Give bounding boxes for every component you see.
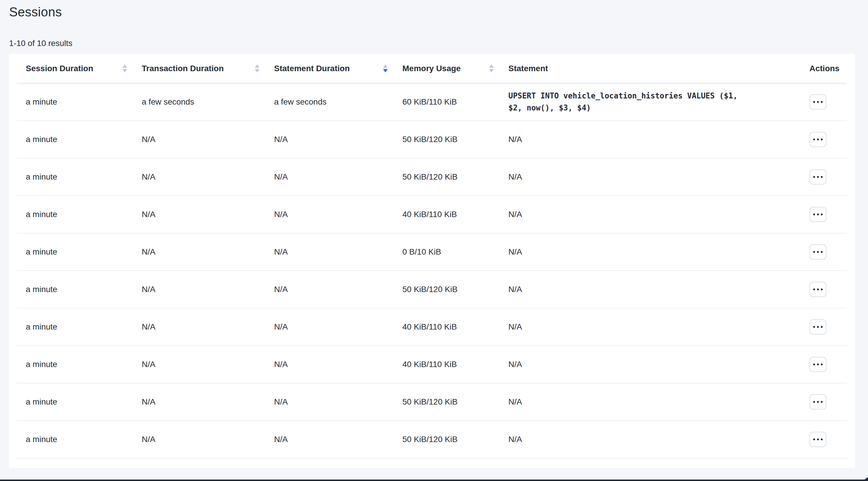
sql-statement-text: UPSERT INTO vehicle_location_histories V… <box>508 90 747 114</box>
cell-statement_duration: N/A <box>265 158 394 196</box>
cell-statement_duration: N/A <box>265 121 394 158</box>
cell-session_duration: a minute <box>17 421 133 458</box>
cell-session_duration: a minute <box>17 271 133 308</box>
cell-statement: N/A <box>500 308 801 345</box>
cell-transaction_duration: N/A <box>133 121 265 158</box>
table-row: a minuteN/AN/A50 KiB/120 KiBN/A <box>17 121 847 158</box>
cell-statement: N/A <box>500 421 801 458</box>
row-actions-button[interactable] <box>809 132 827 147</box>
column-header-actions: Actions <box>801 54 847 83</box>
cell-session_duration: a minute <box>17 196 133 233</box>
statement-na-text: N/A <box>508 172 795 182</box>
column-header-session_duration[interactable]: Session Duration <box>17 54 133 83</box>
table-row: a minuteN/AN/A40 KiB/110 KiBN/A <box>17 196 847 233</box>
cell-memory_usage: 40 KiB/110 KiB <box>394 196 500 233</box>
row-actions-button[interactable] <box>809 432 827 447</box>
sessions-table-body: a minutea few secondsa few seconds60 KiB… <box>17 83 847 458</box>
table-row: a minuteN/AN/A40 KiB/110 KiBN/A <box>17 345 847 383</box>
table-row: a minutea few secondsa few seconds60 KiB… <box>17 83 847 121</box>
ellipsis-icon <box>813 176 823 178</box>
cell-statement: N/A <box>500 196 801 233</box>
ellipsis-icon <box>813 101 823 103</box>
row-actions-button[interactable] <box>809 357 827 372</box>
cell-transaction_duration: N/A <box>133 421 265 458</box>
cell-actions <box>801 121 847 158</box>
cell-memory_usage: 50 KiB/120 KiB <box>394 271 500 308</box>
sort-arrows-icon[interactable] <box>255 64 259 72</box>
cell-transaction_duration: a few seconds <box>133 83 265 121</box>
row-actions-button[interactable] <box>809 94 827 110</box>
table-row: a minuteN/AN/A0 B/10 KiBN/A <box>17 233 847 271</box>
table-row: a minuteN/AN/A50 KiB/120 KiBN/A <box>17 383 847 421</box>
row-actions-button[interactable] <box>809 282 827 297</box>
row-actions-button[interactable] <box>809 169 827 185</box>
column-header-memory_usage[interactable]: Memory Usage <box>394 54 500 83</box>
cell-memory_usage: 50 KiB/120 KiB <box>394 121 500 158</box>
cell-statement: N/A <box>500 158 801 196</box>
bottom-edge-strip <box>0 480 868 481</box>
cell-memory_usage: 60 KiB/110 KiB <box>394 83 500 121</box>
ellipsis-icon <box>813 326 823 328</box>
cell-session_duration: a minute <box>17 308 133 345</box>
cell-statement: N/A <box>500 233 801 271</box>
column-header-transaction_duration[interactable]: Transaction Duration <box>133 54 265 83</box>
sort-arrows-icon[interactable] <box>489 64 494 72</box>
row-actions-button[interactable] <box>809 394 827 410</box>
sort-arrows-icon[interactable] <box>122 64 127 72</box>
cell-statement_duration: N/A <box>265 271 394 308</box>
cell-memory_usage: 50 KiB/120 KiB <box>394 383 500 421</box>
cell-memory_usage: 50 KiB/120 KiB <box>394 158 500 196</box>
cell-memory_usage: 40 KiB/110 KiB <box>394 345 500 383</box>
column-label-session_duration: Session Duration <box>26 64 93 73</box>
cell-transaction_duration: N/A <box>133 383 265 421</box>
cell-statement_duration: a few seconds <box>265 83 394 121</box>
column-header-statement_duration[interactable]: Statement Duration <box>265 54 394 83</box>
cell-session_duration: a minute <box>17 83 133 121</box>
sort-arrows-icon[interactable] <box>383 64 388 72</box>
statement-na-text: N/A <box>508 285 795 294</box>
cell-statement_duration: N/A <box>265 345 394 383</box>
table-row: a minuteN/AN/A50 KiB/120 KiBN/A <box>17 158 847 196</box>
cell-statement: UPSERT INTO vehicle_location_histories V… <box>500 83 801 121</box>
cell-actions <box>801 383 847 421</box>
cell-transaction_duration: N/A <box>133 158 265 196</box>
statement-na-text: N/A <box>508 360 795 369</box>
cell-statement_duration: N/A <box>265 421 394 458</box>
ellipsis-icon <box>813 401 823 403</box>
cell-transaction_duration: N/A <box>133 233 265 271</box>
column-header-statement: Statement <box>500 54 801 83</box>
column-label-statement: Statement <box>508 64 548 73</box>
column-label-actions: Actions <box>809 64 840 73</box>
cell-actions <box>801 196 847 233</box>
table-row: a minuteN/AN/A50 KiB/120 KiBN/A <box>17 421 847 458</box>
column-label-memory_usage: Memory Usage <box>402 64 461 73</box>
table-row: a minuteN/AN/A40 KiB/110 KiBN/A <box>17 308 847 345</box>
row-actions-button[interactable] <box>809 244 827 260</box>
cell-session_duration: a minute <box>17 121 133 158</box>
table-header-row: Session DurationTransaction DurationStat… <box>17 54 847 83</box>
ellipsis-icon <box>813 439 823 440</box>
cell-statement: N/A <box>500 271 801 308</box>
results-summary: 1-10 of 10 results <box>9 39 868 48</box>
table-row: a minuteN/AN/A50 KiB/120 KiBN/A <box>17 271 847 308</box>
cell-transaction_duration: N/A <box>133 271 265 308</box>
row-actions-button[interactable] <box>809 207 827 222</box>
cell-memory_usage: 0 B/10 KiB <box>394 233 500 271</box>
sessions-table-card: Session DurationTransaction DurationStat… <box>9 54 855 468</box>
cell-transaction_duration: N/A <box>133 308 265 345</box>
cell-statement_duration: N/A <box>265 383 394 421</box>
cell-statement_duration: N/A <box>265 308 394 345</box>
column-label-statement_duration: Statement Duration <box>274 64 350 73</box>
ellipsis-icon <box>813 364 823 365</box>
statement-na-text: N/A <box>508 247 795 257</box>
row-actions-button[interactable] <box>809 319 827 334</box>
ellipsis-icon <box>813 139 823 140</box>
cell-session_duration: a minute <box>17 158 133 196</box>
cell-statement_duration: N/A <box>265 233 394 271</box>
cell-session_duration: a minute <box>17 345 133 383</box>
cell-actions <box>801 158 847 196</box>
cell-session_duration: a minute <box>17 233 133 271</box>
page-title: Sessions <box>0 0 868 19</box>
column-label-transaction_duration: Transaction Duration <box>142 64 224 73</box>
cell-actions <box>801 271 847 308</box>
